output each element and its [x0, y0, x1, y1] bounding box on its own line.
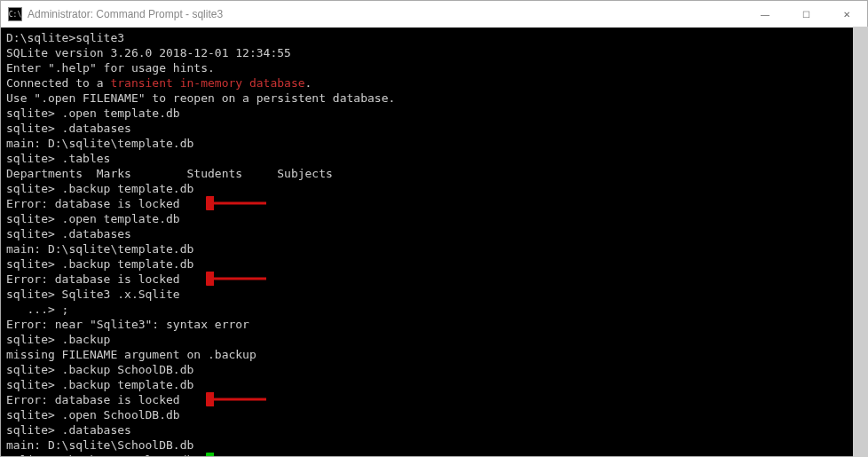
terminal-line: main: D:\sqlite\template.db: [6, 136, 862, 151]
terminal-line: Error: database is locked: [6, 272, 862, 287]
terminal-line: sqlite> .databases: [6, 226, 862, 241]
terminal-line: sqlite> .open template.db: [6, 211, 862, 226]
highlight-text: transient in-memory database: [110, 76, 304, 90]
terminal-line: missing FILENAME argument on .backup: [6, 347, 862, 362]
minimize-button[interactable]: —: [745, 1, 785, 28]
terminal-line: sqlite> .backup template.db: [6, 181, 862, 196]
terminal-line: sqlite> .backup SchoolDB.db: [6, 362, 862, 377]
terminal-line: ...> ;: [6, 302, 862, 317]
terminal-line: Use ".open FILENAME" to reopen on a pers…: [6, 91, 862, 106]
terminal-line: Enter ".help" for usage hints.: [6, 60, 862, 75]
window-controls: — ☐ ✕: [745, 1, 867, 28]
terminal-line: Error: near "Sqlite3": syntax error: [6, 317, 862, 332]
terminal-line: Error: database is locked: [6, 392, 862, 407]
terminal-line: sqlite> .backup template.db: [6, 453, 862, 456]
terminal-line: Error: database is locked: [6, 196, 862, 211]
window-title: Administrator: Command Prompt - sqlite3: [28, 8, 745, 20]
terminal-line: Connected to a transient in-memory datab…: [6, 75, 862, 91]
terminal-line: sqlite> .open SchoolDB.db: [6, 407, 862, 422]
terminal-line: sqlite> .tables: [6, 151, 862, 166]
terminal-line: sqlite> Sqlite3 .x.Sqlite: [6, 287, 862, 302]
terminal-line: sqlite> .databases: [6, 121, 862, 136]
terminal-line: sqlite> .backup template.db: [6, 256, 862, 272]
terminal-line: main: D:\sqlite\template.db: [6, 241, 862, 256]
terminal-line: SQLite version 3.26.0 2018-12-01 12:34:5…: [6, 45, 862, 60]
terminal-line: Departments Marks Students Subjects: [6, 166, 862, 181]
terminal-line: main: D:\sqlite\SchoolDB.db: [6, 437, 862, 453]
cmd-icon: C:\: [8, 7, 22, 21]
terminal-line: D:\sqlite>sqlite3: [6, 30, 862, 45]
cmd-window: C:\ Administrator: Command Prompt - sqli…: [0, 0, 868, 457]
maximize-button[interactable]: ☐: [785, 1, 826, 28]
titlebar: C:\ Administrator: Command Prompt - sqli…: [1, 1, 867, 28]
close-button[interactable]: ✕: [826, 1, 867, 28]
terminal-line: sqlite> .backup: [6, 332, 862, 347]
terminal-content: D:\sqlite>sqlite3SQLite version 3.26.0 2…: [6, 30, 862, 456]
scrollbar[interactable]: [853, 27, 868, 457]
scroll-thumb[interactable]: [853, 27, 868, 457]
terminal-line: sqlite> .open template.db: [6, 106, 862, 121]
terminal-line: sqlite> .databases: [6, 422, 862, 437]
terminal-line: sqlite> .backup template.db: [6, 377, 862, 392]
terminal-area[interactable]: D:\sqlite>sqlite3SQLite version 3.26.0 2…: [1, 28, 867, 456]
